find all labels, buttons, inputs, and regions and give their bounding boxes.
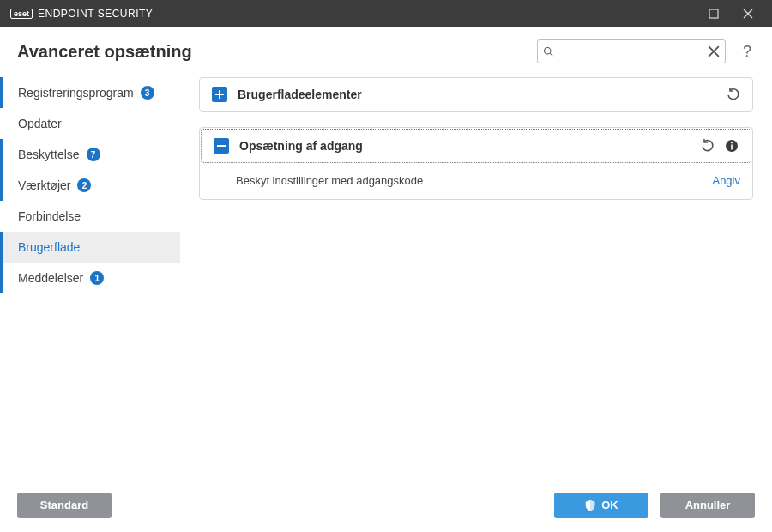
- default-button[interactable]: Standard: [17, 493, 112, 518]
- revert-button[interactable]: [701, 139, 715, 153]
- sidebar-item-label: Forbindelse: [18, 209, 81, 223]
- sidebar-item-protection[interactable]: Beskyttelse 7: [0, 139, 180, 170]
- footer-bar: Standard OK Annuller: [0, 482, 772, 527]
- sidebar-item-update[interactable]: Opdater: [0, 108, 180, 139]
- sidebar-item-badge: 1: [90, 271, 104, 285]
- sidebar: Registreringsprogram 3 Opdater Beskyttel…: [0, 72, 180, 482]
- sidebar-item-label: Meddelelser: [18, 271, 83, 285]
- window-maximize-button[interactable]: [697, 0, 731, 27]
- panel-header-ui-elements[interactable]: Brugerfladeelementer: [200, 78, 752, 111]
- ok-button[interactable]: OK: [554, 493, 648, 518]
- panel-access-setup: Opsætning af adgang Beskyt indstillinger…: [199, 127, 753, 200]
- expand-icon: [212, 87, 227, 102]
- info-icon: [725, 139, 739, 153]
- collapse-icon: [214, 138, 229, 154]
- window-close-button[interactable]: [731, 0, 765, 27]
- sidebar-item-badge: 3: [141, 86, 154, 100]
- sidebar-item-badge: 2: [77, 178, 91, 192]
- maximize-icon: [709, 9, 719, 19]
- set-password-link[interactable]: Angiv: [712, 174, 740, 187]
- app-brand: eset ENDPOINT SECURITY: [10, 8, 153, 20]
- sidebar-item-label: Opdater: [18, 117, 62, 130]
- ok-button-label: OK: [601, 499, 618, 511]
- sidebar-item-label: Registreringsprogram: [18, 86, 134, 100]
- sidebar-item-label: Beskyttelse: [18, 148, 80, 161]
- content-area: Brugerfladeelementer Opsætning af adgang…: [180, 72, 772, 482]
- page-header: Avanceret opsætning ?: [0, 27, 772, 72]
- svg-rect-0: [709, 9, 718, 18]
- sidebar-item-detection[interactable]: Registreringsprogram 3: [0, 77, 180, 108]
- undo-icon: [701, 139, 715, 153]
- sidebar-item-label: Brugerflade: [18, 240, 80, 254]
- close-icon: [743, 9, 753, 19]
- shield-icon: [584, 499, 596, 511]
- sidebar-item-connection[interactable]: Forbindelse: [0, 201, 180, 232]
- undo-icon: [727, 88, 740, 101]
- sidebar-item-interface[interactable]: Brugerflade: [0, 232, 180, 263]
- search-field[interactable]: [537, 39, 726, 63]
- panel-body-access-setup: Beskyt indstillinger med adgangskode Ang…: [200, 164, 752, 199]
- panel-ui-elements: Brugerfladeelementer: [199, 77, 753, 112]
- svg-point-4: [731, 142, 733, 143]
- panel-title: Opsætning af adgang: [239, 139, 691, 153]
- search-icon: [543, 45, 553, 57]
- cancel-button[interactable]: Annuller: [660, 493, 755, 518]
- sidebar-item-badge: 7: [87, 148, 100, 161]
- sidebar-item-label: Værktøjer: [18, 178, 70, 192]
- search-input[interactable]: [558, 45, 703, 58]
- search-clear-button[interactable]: [708, 45, 720, 57]
- page-title: Avanceret opsætning: [17, 42, 523, 62]
- svg-point-1: [544, 48, 551, 55]
- sidebar-item-notifications[interactable]: Meddelelser 1: [0, 263, 180, 293]
- brand-product-name: ENDPOINT SECURITY: [38, 8, 153, 20]
- panel-header-access-setup[interactable]: Opsætning af adgang: [201, 129, 751, 163]
- help-button[interactable]: ?: [739, 43, 755, 61]
- title-bar: eset ENDPOINT SECURITY: [0, 0, 772, 27]
- revert-button[interactable]: [727, 88, 740, 101]
- brand-logo-box: eset: [10, 9, 33, 19]
- panel-info-button[interactable]: [725, 139, 739, 153]
- close-icon: [708, 45, 720, 57]
- setting-label-password-protect: Beskyt indstillinger med adgangskode: [236, 174, 712, 187]
- sidebar-item-tools[interactable]: Værktøjer 2: [0, 170, 180, 201]
- panel-title: Brugerfladeelementer: [238, 88, 716, 101]
- svg-rect-3: [731, 145, 733, 150]
